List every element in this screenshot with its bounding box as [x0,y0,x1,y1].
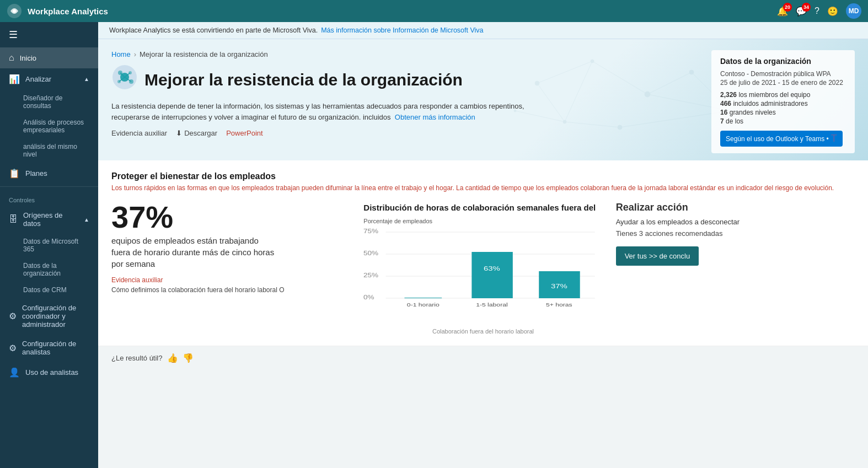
insight-section: Proteger el bienestar de los empleados L… [98,160,868,346]
sidebar-section-controles: Controles [0,189,98,206]
user-icon: 👤 [9,367,20,378]
sidebar-subitem-ms365[interactable]: Datos de Microsoft 365 [0,233,98,257]
insight-subtitle: Los turnos rápidos en las formas en que … [111,184,855,193]
thumbs-down-icon[interactable]: 👎 [183,353,194,363]
main-content: Workplace Analytics se está convirtiendo… [98,22,868,468]
sidebar-item-origenes[interactable]: 🗄 Orígenes de datos ▲ [0,206,98,233]
chevron-up-icon: ▲ [84,76,89,82]
breadcrumb-separator: › [134,50,136,58]
sidebar-label-config-coord: Configuración de coordinador y administr… [22,304,89,329]
sidebar-item-analizar[interactable]: 📊 Analizar ▲ [0,68,98,90]
svg-text:63%: 63% [484,265,500,272]
action-description: Ayudar a los empleados a desconectar [616,218,855,226]
svg-text:25%: 25% [363,272,379,279]
svg-text:0%: 0% [363,294,374,301]
svg-text:5+ horas: 5+ horas [546,302,572,307]
svg-line-10 [537,61,592,83]
insight-grid: 37% equipos de empleados están trabajand… [111,202,855,335]
sidebar-subitem-diseno[interactable]: Diseñador de consultas [0,90,98,114]
svg-text:37%: 37% [551,283,567,290]
sidebar: ☰ ⌂ Inicio 📊 Analizar ▲ Diseñador de con… [0,22,98,468]
svg-line-18 [565,61,592,122]
teams-icon: T [831,133,837,144]
emoji-button[interactable]: 🙂 [827,6,838,17]
action-title: Realizar acción [616,202,855,213]
org-data-title: Datos de la organización [720,57,846,66]
sidebar-item-inicio[interactable]: ⌂ Inicio [0,47,98,68]
hero-learn-more-link[interactable]: Obtener más información [395,113,475,121]
org-data-levels: 16 grandes niveles [720,109,846,116]
download-icon: ⬇ [176,129,182,137]
chart-block: Distribución de horas de colaboración se… [363,202,602,335]
help-icon: ? [815,6,819,15]
chart-title: Distribución de horas de colaboración se… [363,202,602,213]
user-avatar[interactable]: MD [846,3,861,19]
svg-line-11 [592,61,647,94]
sidebar-label-analizar: Analizar [25,75,51,83]
sidebar-subitem-datos-org[interactable]: Datos de la organización [0,257,98,282]
big-stat-value: 37% [111,202,350,233]
org-data-panel: Datos de la organización Contoso - Demos… [711,50,855,153]
org-data-admins: 466 incluidos administradores [720,100,846,107]
hero-title: Mejorar la resistencia de la organizació… [144,71,463,89]
svg-text:1-5 laboral: 1-5 laboral [476,302,508,307]
svg-rect-40 [472,252,513,298]
supporting-evidence-link[interactable]: Evidencia auxiliar [111,276,350,284]
chart-x-label: Colaboración fuera del horario laboral [363,328,602,335]
thumbs-up-icon[interactable]: 👍 [167,353,178,363]
hamburger-button[interactable]: ☰ [0,22,98,47]
sidebar-item-config-coord[interactable]: ⚙ Configuración de coordinador y adminis… [0,298,98,334]
database-icon: 🗄 [9,214,18,224]
breadcrumb-current: Mejorar la resistencia de la organizació… [140,50,268,58]
alerts-badge: 34 [802,3,811,12]
svg-text:1%: 1% [418,292,429,298]
chart-area: 75% 50% 25% 0% 1% 63% [363,227,602,326]
sidebar-label-inicio: Inicio [20,54,36,62]
sidebar-label-planes: Planes [25,169,47,177]
svg-line-14 [565,122,620,127]
info-banner-link[interactable]: Más información sobre Información de Mic… [321,26,483,34]
app-title: Workplace Analytics [28,7,108,16]
evidence-link[interactable]: Evidencia auxiliar [111,129,167,137]
hero-icon [111,64,138,95]
sidebar-label-uso-analistas: Uso de analistas [25,368,78,376]
svg-point-1 [13,9,16,13]
gear2-icon: ⚙ [9,343,17,353]
plans-icon: 📋 [9,168,20,179]
how-defined-link[interactable]: Cómo definimos la colaboración fuera del… [111,286,350,294]
svg-text:0-1 horario: 0-1 horario [407,302,440,307]
sidebar-subitem-analisis-nivel[interactable]: análisis del mismo nivel [0,138,98,163]
notifications-button[interactable]: 🔔 20 [777,6,788,17]
alerts-button[interactable]: 💬 34 [796,6,807,17]
org-data-badge[interactable]: Según el uso de Outlook y Teams • T [720,131,843,147]
hero-section: Home › Mejorar la resistencia de la orga… [98,39,868,160]
info-banner-text: Workplace Analytics se está convirtiendo… [109,26,318,34]
help-button[interactable]: ? [815,6,819,16]
gear-icon: ⚙ [9,311,17,321]
svg-line-16 [515,111,565,122]
topbar-right: 🔔 20 💬 34 ? 🙂 MD [777,3,861,19]
org-data-company: Contoso - Demostración pública WPA [720,70,846,78]
action-button[interactable]: Ver tus >> de conclu [616,246,699,266]
sidebar-item-uso-analistas[interactable]: 👤 Uso de analistas [0,362,98,383]
smiley-icon: 🙂 [827,7,838,16]
sidebar-label-origenes: Orígenes de datos [23,211,78,228]
svg-text:50%: 50% [363,250,379,257]
feedback-label: ¿Le resultó útil? [111,354,163,362]
ppt-link[interactable]: PowerPoint [226,129,262,137]
bar-chart: 75% 50% 25% 0% 1% 63% [363,227,602,315]
sidebar-divider [0,186,98,187]
sidebar-subitem-analisis-procesos[interactable]: Análisis de procesos empresariales [0,114,98,138]
download-button[interactable]: ⬇ Descargar [176,129,217,137]
chart-y-axis-label: Porcentaje de empleados [363,218,602,224]
org-data-seven: 7 de los [720,117,846,125]
feedback-row: ¿Le resultó útil? 👍 👎 [98,346,868,370]
sidebar-item-config-anal[interactable]: ⚙ Configuración de analistas [0,334,98,362]
sidebar-item-planes[interactable]: 📋 Planes [0,163,98,184]
sidebar-subitem-crm[interactable]: Datos de CRM [0,282,98,298]
svg-line-13 [537,83,565,122]
chart-icon: 📊 [9,74,20,84]
info-banner: Workplace Analytics se está convirtiendo… [98,22,868,39]
breadcrumb-home[interactable]: Home [111,50,131,58]
org-data-members: 2,326 los miembros del equipo [720,91,846,99]
